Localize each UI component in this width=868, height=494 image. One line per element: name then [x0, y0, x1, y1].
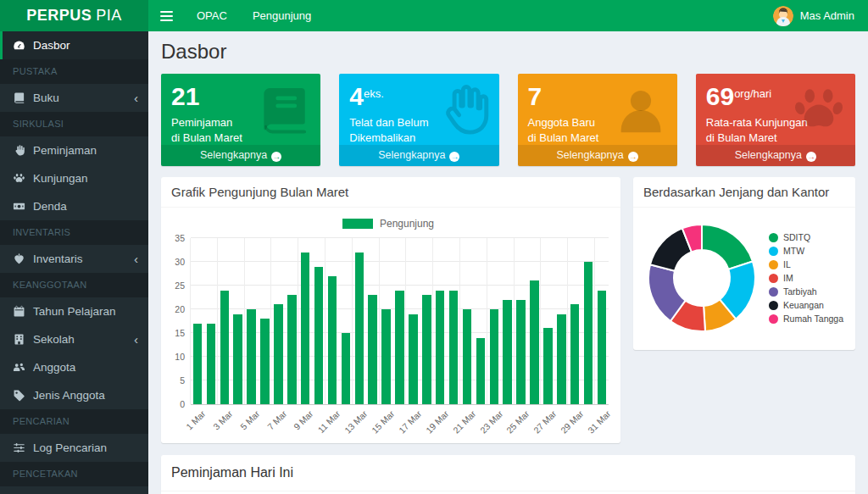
arrow-circle-right-icon: → — [449, 152, 459, 162]
legend-swatch — [342, 219, 373, 229]
sidebar-section-header: PENCARIAN — [0, 409, 148, 434]
y-axis-tick: 35 — [175, 233, 185, 243]
arrow-circle-right-icon: → — [806, 152, 816, 162]
sidebar-item-sekolah[interactable]: Sekolah‹ — [0, 325, 148, 353]
sidebar-item-label: Dasbor — [33, 39, 70, 52]
topbar: PERPUS PIA OPAC Pengunjung Mas A — [0, 0, 868, 31]
donut-legend-item: Rumah Tangga — [769, 314, 843, 324]
nav-link-pengunjung[interactable]: Pengunjung — [240, 0, 324, 31]
gridline — [325, 238, 326, 404]
bar-7-mar — [274, 304, 282, 404]
sidebar-item-buku[interactable]: Buku‹ — [0, 84, 148, 112]
main-content: Dasbor 21 Peminjamandi Bulan Maret Selen… — [148, 31, 868, 494]
bar-14-mar — [368, 295, 376, 404]
gridline — [191, 261, 609, 262]
money-icon — [13, 200, 25, 213]
nav-link-opac[interactable]: OPAC — [184, 0, 240, 31]
bar-24-mar — [503, 300, 511, 404]
y-axis-tick: 25 — [175, 280, 185, 291]
donut-chart — [642, 218, 762, 338]
stat-card-more-link[interactable]: Selengkapnya→ — [339, 145, 498, 166]
gridline — [190, 238, 191, 404]
jenjang-donut-panel: Berdasarkan Jenjang dan Kantor SDITQMTWI… — [633, 177, 855, 350]
brand-logo[interactable]: PERPUS PIA — [0, 0, 148, 31]
sidebar-item-denda[interactable]: Denda — [0, 192, 148, 220]
sidebar-item-dasbor[interactable]: Dasbor — [0, 31, 148, 59]
bar-4-mar — [233, 314, 242, 404]
dashboard-icon — [13, 39, 25, 52]
paw-icon — [13, 172, 25, 185]
sliders-icon — [13, 441, 25, 454]
donut-legend-item: SDITQ — [769, 232, 843, 242]
donut-legend-item: MTW — [769, 246, 843, 256]
gridline — [270, 238, 271, 404]
chart-x-axis: 1 Mar3 Mar5 Mar7 Mar9 Mar11 Mar13 Mar15 … — [190, 404, 609, 438]
sidebar-item-tahun-pelajaran[interactable]: Tahun Pelajaran — [0, 297, 148, 325]
legend-dot — [769, 247, 778, 256]
sidebar-item-kunjungan[interactable]: Kunjungan — [0, 164, 148, 192]
loans-today-panel: Peminjaman Hari Ini NoKode PinjamNama An… — [161, 455, 855, 494]
bar-3-mar — [220, 291, 229, 404]
hand-outline-icon — [435, 82, 491, 138]
stat-card-unit: org/hari — [734, 87, 771, 100]
bar-25-mar — [516, 300, 525, 404]
sidebar-item-label: Inventaris — [33, 253, 83, 265]
stat-card-more-link[interactable]: Selengkapnya→ — [696, 145, 855, 166]
sidebar-item-peminjaman[interactable]: Peminjaman — [0, 136, 148, 164]
avatar — [773, 6, 793, 26]
gridline — [191, 237, 609, 238]
navbar: OPAC Pengunjung Mas Admin — [148, 0, 868, 31]
gridline — [217, 238, 218, 404]
stat-card-rata-rata-kunjungan: 69org/hari Rata-rata Kunjungandi Bulan M… — [696, 74, 855, 166]
chevron-left-icon: ‹ — [134, 333, 138, 346]
page-title: Dasbor — [161, 40, 855, 64]
visitors-bar-chart: Pengunjung 05101520253035 1 Mar3 Mar5 Ma… — [161, 208, 620, 443]
y-axis-tick: 20 — [175, 304, 185, 314]
arrow-circle-right-icon: → — [628, 152, 638, 162]
gridline — [405, 238, 406, 404]
bar-17-mar — [409, 314, 417, 404]
brand-light: PIA — [96, 7, 122, 25]
stat-card-body: 21 Peminjamandi Bulan Maret — [161, 74, 320, 145]
bar-18-mar — [422, 295, 431, 404]
bar-5-mar — [247, 309, 255, 404]
bar-23-mar — [490, 309, 498, 404]
user-menu[interactable]: Mas Admin — [773, 6, 868, 26]
users-icon — [13, 361, 25, 374]
stat-card-more-link[interactable]: Selengkapnya→ — [518, 145, 677, 166]
legend-dot — [769, 287, 778, 297]
bar-12-mar — [342, 333, 350, 404]
legend-item-label: IL — [783, 259, 791, 269]
chevron-left-icon: ‹ — [134, 253, 138, 265]
stat-card-body: 69org/hari Rata-rata Kunjungandi Bulan M… — [696, 74, 855, 145]
gridline — [298, 238, 298, 404]
paw-icon — [791, 82, 847, 138]
bar-29-mar — [570, 304, 579, 404]
inventory-icon — [13, 253, 25, 265]
donut-legend-item: IM — [769, 273, 843, 283]
legend-item-label: MTW — [783, 246, 804, 256]
sidebar-item-label: Denda — [33, 200, 67, 213]
gridline — [244, 238, 245, 404]
stat-card-more-link[interactable]: Selengkapnya→ — [161, 145, 320, 166]
sidebar-item-log-pencarian[interactable]: Log Pencarian — [0, 434, 148, 462]
bar-15-mar — [381, 309, 390, 404]
bar-21-mar — [463, 309, 471, 404]
gridline — [459, 238, 460, 404]
user-name: Mas Admin — [800, 9, 854, 22]
stat-card-unit: eks. — [364, 87, 384, 100]
sidebar-item-jenis-anggota[interactable]: Jenis Anggota — [0, 381, 148, 409]
stat-card-anggota-baru: 7 Anggota Barudi Bulan Maret Selengkapny… — [518, 74, 677, 166]
sidebar-item-label: Jenis Anggota — [33, 389, 105, 402]
sidebar-item-label: Log Pencarian — [33, 441, 107, 454]
stat-card-telat-dan-belum: 4eks. Telat dan BelumDikembalikan Seleng… — [339, 74, 498, 166]
sidebar-item-inventaris[interactable]: Inventaris‹ — [0, 245, 148, 273]
y-axis-tick: 5 — [180, 375, 185, 386]
loans-today-title: Peminjaman Hari Ini — [161, 455, 855, 491]
calendar-icon — [13, 305, 25, 318]
chevron-left-icon: ‹ — [134, 92, 138, 104]
hamburger-menu-icon[interactable] — [148, 0, 184, 31]
sidebar-item-anggota[interactable]: Anggota — [0, 353, 148, 381]
legend-dot — [769, 233, 778, 242]
bar-16-mar — [395, 291, 403, 404]
